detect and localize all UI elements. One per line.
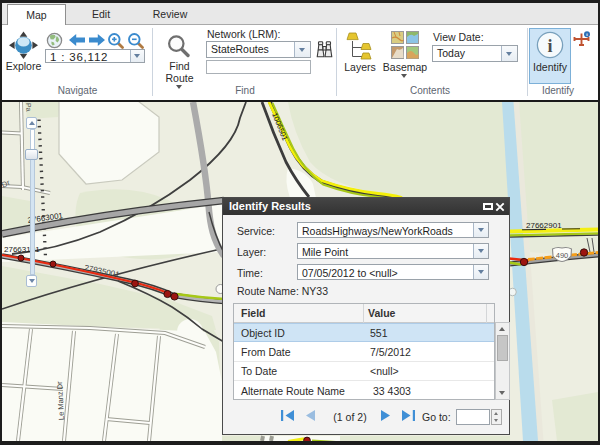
svg-text:Pa: Pa xyxy=(25,103,32,112)
svg-text:27663101: 27663101 xyxy=(4,245,40,254)
svg-text:490: 490 xyxy=(556,251,569,260)
svg-text:i: i xyxy=(547,36,552,56)
svg-text:27662901: 27662901 xyxy=(526,221,562,230)
